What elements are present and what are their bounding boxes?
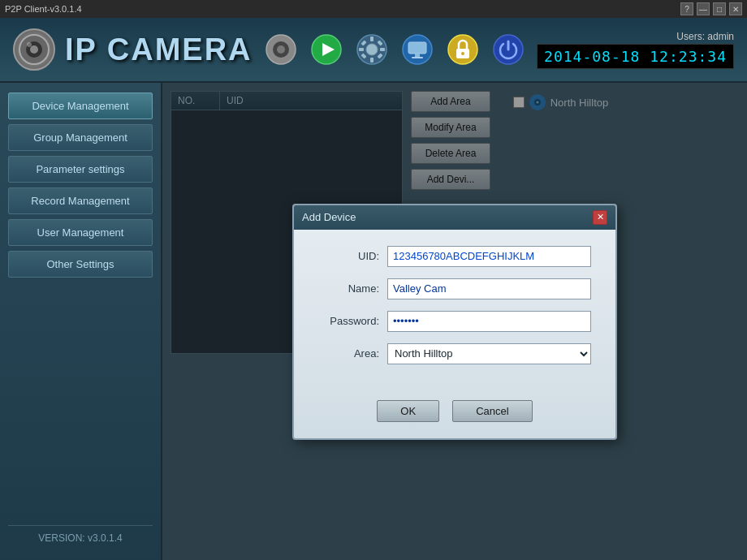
dialog-titlebar: Add Device ✕ — [294, 205, 615, 230]
svg-point-10 — [366, 44, 378, 55]
maximize-button[interactable]: □ — [713, 2, 726, 15]
dialog-overlay: Add Device ✕ UID: Name: Password: — [162, 83, 747, 560]
svg-point-3 — [27, 42, 32, 47]
name-input[interactable] — [387, 278, 591, 299]
name-label: Name: — [318, 282, 379, 295]
sidebar-item-group-management[interactable]: Group Management — [8, 124, 153, 151]
monitor-icon-button[interactable] — [398, 30, 437, 69]
user-datetime: Users: admin 2014-08-18 12:23:34 — [537, 31, 734, 69]
svg-point-25 — [461, 52, 464, 55]
svg-rect-12 — [370, 58, 374, 62]
uid-label: UID: — [318, 250, 379, 262]
sidebar-item-user-management[interactable]: User Management — [8, 219, 153, 246]
sidebar-item-device-management[interactable]: Device Management — [8, 93, 153, 119]
sidebar-item-parameter-settings[interactable]: Parameter settings — [8, 156, 153, 183]
power-icon-button[interactable] — [489, 30, 528, 69]
password-label: Password: — [318, 315, 379, 327]
sidebar: Device Management Group Management Param… — [0, 83, 162, 560]
name-field-row: Name: — [318, 278, 591, 299]
dialog-close-button[interactable]: ✕ — [593, 210, 607, 225]
area-field-row: Area: North Hilltop — [318, 343, 591, 364]
svg-rect-20 — [408, 42, 426, 54]
uid-input[interactable] — [387, 246, 591, 267]
svg-point-2 — [30, 45, 38, 54]
svg-rect-22 — [412, 57, 423, 58]
main-layout: Device Management Group Management Param… — [0, 83, 747, 560]
area-label: Area: — [318, 347, 379, 360]
sidebar-item-other-settings[interactable]: Other Settings — [8, 251, 153, 278]
cancel-button[interactable]: Cancel — [452, 400, 532, 422]
area-select[interactable]: North Hilltop — [387, 343, 591, 364]
header: IP CAMERA — [0, 18, 747, 83]
uid-field-row: UID: — [318, 246, 591, 267]
add-device-dialog: Add Device ✕ UID: Name: Password: — [292, 204, 617, 440]
titlebar-title: P2P Client-v3.0.1.4 — [5, 4, 82, 14]
settings-icon-button[interactable] — [352, 30, 391, 69]
dialog-title: Add Device — [302, 211, 356, 223]
sidebar-item-record-management[interactable]: Record Management — [8, 187, 153, 214]
lock-icon-button[interactable] — [443, 30, 482, 69]
user-label: Users: admin — [676, 31, 734, 42]
svg-rect-21 — [415, 54, 420, 57]
dialog-footer: OK Cancel — [294, 392, 615, 438]
header-icons — [261, 30, 528, 69]
camera-logo-icon — [13, 28, 55, 71]
svg-point-6 — [277, 45, 285, 54]
datetime-display: 2014-08-18 12:23:34 — [537, 44, 734, 69]
titlebar: P2P Client-v3.0.1.4 ? — □ ✕ — [0, 0, 747, 18]
titlebar-controls: ? — □ ✕ — [680, 2, 742, 15]
play-icon-button[interactable] — [307, 30, 346, 69]
svg-rect-14 — [380, 48, 385, 51]
password-field-row: Password: — [318, 311, 591, 332]
close-button[interactable]: ✕ — [729, 2, 742, 15]
ok-button[interactable]: OK — [377, 400, 439, 422]
help-button[interactable]: ? — [680, 2, 693, 15]
minimize-button[interactable]: — — [697, 2, 710, 15]
camera-icon-button[interactable] — [261, 30, 300, 69]
password-input[interactable] — [387, 311, 591, 332]
version-label: VERSION: v3.0.1.4 — [8, 525, 153, 550]
content-area: NO. UID Add Area Modify Area Delete Area… — [162, 83, 747, 560]
svg-rect-13 — [359, 48, 364, 51]
logo-area: IP CAMERA — [13, 28, 253, 71]
dialog-body: UID: Name: Password: Area: North Hilltop — [294, 230, 615, 392]
app-title: IP CAMERA — [65, 32, 253, 67]
svg-rect-11 — [370, 37, 374, 41]
